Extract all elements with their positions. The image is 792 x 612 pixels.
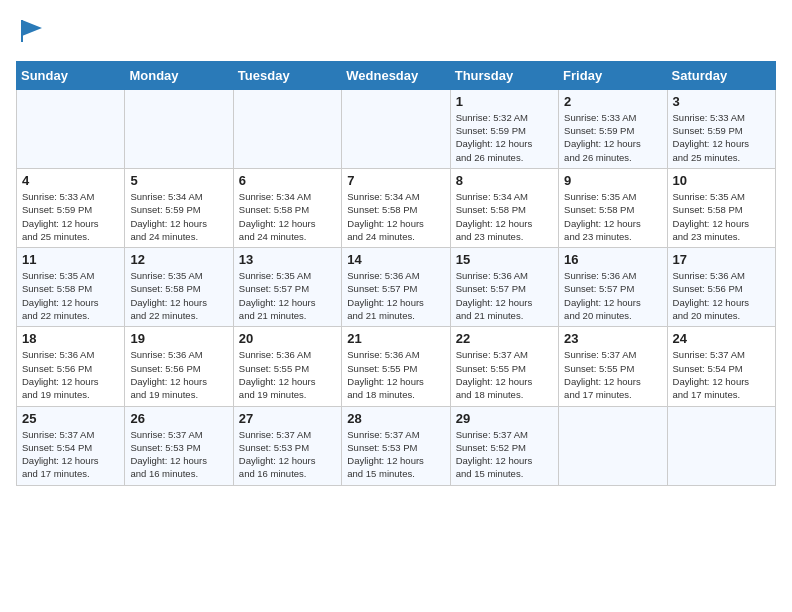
day-number: 21 bbox=[347, 331, 444, 346]
calendar-cell: 24Sunrise: 5:37 AM Sunset: 5:54 PM Dayli… bbox=[667, 327, 775, 406]
calendar-cell: 11Sunrise: 5:35 AM Sunset: 5:58 PM Dayli… bbox=[17, 248, 125, 327]
calendar-week-row: 25Sunrise: 5:37 AM Sunset: 5:54 PM Dayli… bbox=[17, 406, 776, 485]
day-number: 3 bbox=[673, 94, 770, 109]
day-number: 27 bbox=[239, 411, 336, 426]
calendar-cell: 22Sunrise: 5:37 AM Sunset: 5:55 PM Dayli… bbox=[450, 327, 558, 406]
calendar-cell: 29Sunrise: 5:37 AM Sunset: 5:52 PM Dayli… bbox=[450, 406, 558, 485]
day-info: Sunrise: 5:35 AM Sunset: 5:58 PM Dayligh… bbox=[673, 190, 770, 243]
day-number: 12 bbox=[130, 252, 227, 267]
calendar-cell: 7Sunrise: 5:34 AM Sunset: 5:58 PM Daylig… bbox=[342, 168, 450, 247]
day-number: 16 bbox=[564, 252, 661, 267]
calendar-cell: 28Sunrise: 5:37 AM Sunset: 5:53 PM Dayli… bbox=[342, 406, 450, 485]
day-number: 28 bbox=[347, 411, 444, 426]
day-number: 2 bbox=[564, 94, 661, 109]
day-number: 13 bbox=[239, 252, 336, 267]
logo bbox=[16, 16, 46, 49]
day-number: 25 bbox=[22, 411, 119, 426]
day-number: 19 bbox=[130, 331, 227, 346]
calendar-cell bbox=[17, 89, 125, 168]
calendar-cell: 16Sunrise: 5:36 AM Sunset: 5:57 PM Dayli… bbox=[559, 248, 667, 327]
calendar-cell: 15Sunrise: 5:36 AM Sunset: 5:57 PM Dayli… bbox=[450, 248, 558, 327]
day-info: Sunrise: 5:35 AM Sunset: 5:57 PM Dayligh… bbox=[239, 269, 336, 322]
weekday-header-tuesday: Tuesday bbox=[233, 61, 341, 89]
day-info: Sunrise: 5:36 AM Sunset: 5:57 PM Dayligh… bbox=[564, 269, 661, 322]
calendar-week-row: 1Sunrise: 5:32 AM Sunset: 5:59 PM Daylig… bbox=[17, 89, 776, 168]
calendar-cell: 27Sunrise: 5:37 AM Sunset: 5:53 PM Dayli… bbox=[233, 406, 341, 485]
day-number: 14 bbox=[347, 252, 444, 267]
calendar-cell: 20Sunrise: 5:36 AM Sunset: 5:55 PM Dayli… bbox=[233, 327, 341, 406]
day-number: 26 bbox=[130, 411, 227, 426]
calendar-body: 1Sunrise: 5:32 AM Sunset: 5:59 PM Daylig… bbox=[17, 89, 776, 485]
calendar-cell: 23Sunrise: 5:37 AM Sunset: 5:55 PM Dayli… bbox=[559, 327, 667, 406]
day-info: Sunrise: 5:33 AM Sunset: 5:59 PM Dayligh… bbox=[564, 111, 661, 164]
page-header bbox=[16, 16, 776, 49]
calendar-cell: 14Sunrise: 5:36 AM Sunset: 5:57 PM Dayli… bbox=[342, 248, 450, 327]
day-info: Sunrise: 5:36 AM Sunset: 5:55 PM Dayligh… bbox=[239, 348, 336, 401]
logo-general bbox=[16, 16, 46, 49]
day-info: Sunrise: 5:34 AM Sunset: 5:58 PM Dayligh… bbox=[347, 190, 444, 243]
calendar-cell: 5Sunrise: 5:34 AM Sunset: 5:59 PM Daylig… bbox=[125, 168, 233, 247]
day-number: 7 bbox=[347, 173, 444, 188]
day-info: Sunrise: 5:35 AM Sunset: 5:58 PM Dayligh… bbox=[564, 190, 661, 243]
day-number: 10 bbox=[673, 173, 770, 188]
calendar-cell: 18Sunrise: 5:36 AM Sunset: 5:56 PM Dayli… bbox=[17, 327, 125, 406]
weekday-header-wednesday: Wednesday bbox=[342, 61, 450, 89]
calendar-cell bbox=[125, 89, 233, 168]
calendar-table: SundayMondayTuesdayWednesdayThursdayFrid… bbox=[16, 61, 776, 486]
calendar-cell: 26Sunrise: 5:37 AM Sunset: 5:53 PM Dayli… bbox=[125, 406, 233, 485]
day-info: Sunrise: 5:37 AM Sunset: 5:53 PM Dayligh… bbox=[239, 428, 336, 481]
weekday-header-thursday: Thursday bbox=[450, 61, 558, 89]
logo-flag-icon bbox=[18, 16, 46, 44]
day-number: 5 bbox=[130, 173, 227, 188]
day-info: Sunrise: 5:32 AM Sunset: 5:59 PM Dayligh… bbox=[456, 111, 553, 164]
day-info: Sunrise: 5:37 AM Sunset: 5:52 PM Dayligh… bbox=[456, 428, 553, 481]
day-info: Sunrise: 5:36 AM Sunset: 5:57 PM Dayligh… bbox=[347, 269, 444, 322]
calendar-week-row: 4Sunrise: 5:33 AM Sunset: 5:59 PM Daylig… bbox=[17, 168, 776, 247]
day-number: 23 bbox=[564, 331, 661, 346]
day-info: Sunrise: 5:36 AM Sunset: 5:55 PM Dayligh… bbox=[347, 348, 444, 401]
calendar-cell: 2Sunrise: 5:33 AM Sunset: 5:59 PM Daylig… bbox=[559, 89, 667, 168]
day-number: 6 bbox=[239, 173, 336, 188]
day-info: Sunrise: 5:36 AM Sunset: 5:56 PM Dayligh… bbox=[22, 348, 119, 401]
calendar-cell: 4Sunrise: 5:33 AM Sunset: 5:59 PM Daylig… bbox=[17, 168, 125, 247]
calendar-cell: 25Sunrise: 5:37 AM Sunset: 5:54 PM Dayli… bbox=[17, 406, 125, 485]
day-info: Sunrise: 5:34 AM Sunset: 5:59 PM Dayligh… bbox=[130, 190, 227, 243]
calendar-cell: 9Sunrise: 5:35 AM Sunset: 5:58 PM Daylig… bbox=[559, 168, 667, 247]
day-number: 15 bbox=[456, 252, 553, 267]
calendar-week-row: 11Sunrise: 5:35 AM Sunset: 5:58 PM Dayli… bbox=[17, 248, 776, 327]
weekday-header-monday: Monday bbox=[125, 61, 233, 89]
day-number: 17 bbox=[673, 252, 770, 267]
calendar-cell: 19Sunrise: 5:36 AM Sunset: 5:56 PM Dayli… bbox=[125, 327, 233, 406]
day-number: 11 bbox=[22, 252, 119, 267]
calendar-cell: 1Sunrise: 5:32 AM Sunset: 5:59 PM Daylig… bbox=[450, 89, 558, 168]
day-info: Sunrise: 5:35 AM Sunset: 5:58 PM Dayligh… bbox=[130, 269, 227, 322]
calendar-cell: 13Sunrise: 5:35 AM Sunset: 5:57 PM Dayli… bbox=[233, 248, 341, 327]
day-info: Sunrise: 5:36 AM Sunset: 5:56 PM Dayligh… bbox=[130, 348, 227, 401]
svg-marker-0 bbox=[22, 20, 42, 36]
day-number: 20 bbox=[239, 331, 336, 346]
day-number: 24 bbox=[673, 331, 770, 346]
calendar-cell: 10Sunrise: 5:35 AM Sunset: 5:58 PM Dayli… bbox=[667, 168, 775, 247]
calendar-cell: 8Sunrise: 5:34 AM Sunset: 5:58 PM Daylig… bbox=[450, 168, 558, 247]
calendar-cell: 12Sunrise: 5:35 AM Sunset: 5:58 PM Dayli… bbox=[125, 248, 233, 327]
day-info: Sunrise: 5:37 AM Sunset: 5:53 PM Dayligh… bbox=[130, 428, 227, 481]
day-info: Sunrise: 5:37 AM Sunset: 5:54 PM Dayligh… bbox=[673, 348, 770, 401]
day-info: Sunrise: 5:34 AM Sunset: 5:58 PM Dayligh… bbox=[239, 190, 336, 243]
calendar-cell bbox=[667, 406, 775, 485]
day-number: 8 bbox=[456, 173, 553, 188]
day-number: 22 bbox=[456, 331, 553, 346]
weekday-header-friday: Friday bbox=[559, 61, 667, 89]
day-info: Sunrise: 5:37 AM Sunset: 5:53 PM Dayligh… bbox=[347, 428, 444, 481]
calendar-cell bbox=[342, 89, 450, 168]
day-info: Sunrise: 5:37 AM Sunset: 5:55 PM Dayligh… bbox=[456, 348, 553, 401]
calendar-cell bbox=[233, 89, 341, 168]
day-info: Sunrise: 5:34 AM Sunset: 5:58 PM Dayligh… bbox=[456, 190, 553, 243]
calendar-cell: 17Sunrise: 5:36 AM Sunset: 5:56 PM Dayli… bbox=[667, 248, 775, 327]
day-info: Sunrise: 5:33 AM Sunset: 5:59 PM Dayligh… bbox=[22, 190, 119, 243]
day-info: Sunrise: 5:37 AM Sunset: 5:55 PM Dayligh… bbox=[564, 348, 661, 401]
day-number: 18 bbox=[22, 331, 119, 346]
calendar-cell: 21Sunrise: 5:36 AM Sunset: 5:55 PM Dayli… bbox=[342, 327, 450, 406]
day-info: Sunrise: 5:35 AM Sunset: 5:58 PM Dayligh… bbox=[22, 269, 119, 322]
day-info: Sunrise: 5:36 AM Sunset: 5:57 PM Dayligh… bbox=[456, 269, 553, 322]
day-number: 29 bbox=[456, 411, 553, 426]
